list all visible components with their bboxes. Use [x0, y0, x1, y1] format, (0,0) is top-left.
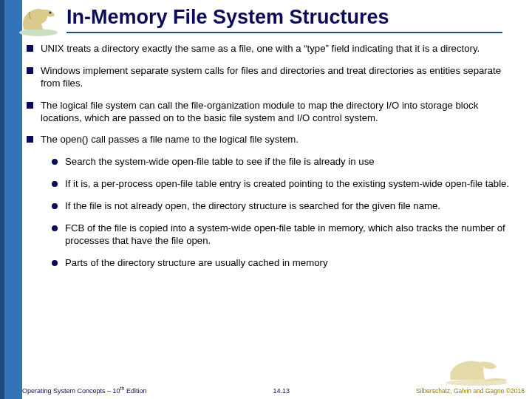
bullet-item: The open() call passes a file name to th…: [27, 134, 520, 146]
slide-title: In-Memory File System Structures: [66, 6, 502, 33]
circle-bullet-icon: [52, 203, 58, 209]
sub-bullet-text: If it is, a per-process open-file table …: [65, 178, 520, 191]
svg-point-1: [50, 12, 52, 14]
footer-edition: Edition: [124, 387, 146, 395]
title-wrap: In-Memory File System Structures: [66, 6, 502, 33]
sub-bullet-item: Parts of the directory structure are usu…: [52, 257, 520, 270]
footer-book-title: Operating System Concepts – 10: [22, 387, 120, 395]
square-bullet-icon: [27, 45, 33, 52]
square-bullet-icon: [27, 102, 33, 109]
svg-point-2: [446, 380, 508, 386]
sub-bullets: Search the system-wide open-file table t…: [52, 156, 520, 269]
bullet-item: Windows implement separate system calls …: [27, 65, 520, 90]
bullet-text: UNIX treats a directory exactly the same…: [41, 43, 520, 55]
left-stripe: [0, 0, 22, 399]
circle-bullet-icon: [52, 260, 58, 266]
slide-footer: Operating System Concepts – 10th Edition…: [22, 386, 525, 395]
sub-bullet-item: FCB of the file is copied into a system-…: [52, 222, 520, 248]
square-bullet-icon: [27, 67, 33, 74]
circle-bullet-icon: [52, 159, 58, 165]
sub-bullet-text: Parts of the directory structure are usu…: [65, 257, 520, 270]
circle-bullet-icon: [52, 181, 58, 187]
sub-bullet-item: Search the system-wide open-file table t…: [52, 156, 520, 168]
slide-content: UNIX treats a directory exactly the same…: [27, 43, 520, 279]
sub-bullet-text: FCB of the file is copied into a system-…: [65, 222, 520, 248]
bullet-item: The logical file system can call the fil…: [27, 100, 520, 125]
dinosaur-icon: [15, 1, 62, 37]
sub-bullet-item: If the file is not already open, the dir…: [52, 200, 520, 213]
footer-left: Operating System Concepts – 10th Edition: [22, 386, 146, 395]
bullet-text: The logical file system can call the fil…: [41, 100, 520, 125]
sub-bullet-item: If it is, a per-process open-file table …: [52, 178, 520, 191]
footer-slide-number: 14.13: [273, 387, 290, 395]
svg-point-0: [19, 29, 58, 36]
footer-copyright: Silberschatz, Galvin and Gagne ©2018: [416, 387, 525, 395]
square-bullet-icon: [27, 136, 33, 143]
sub-bullet-text: If the file is not already open, the dir…: [65, 200, 520, 213]
bullet-text: Windows implement separate system calls …: [41, 65, 520, 90]
bullet-text: The open() call passes a file name to th…: [41, 134, 520, 146]
dinosaur-footer-icon: [443, 355, 510, 386]
bullet-item: UNIX treats a directory exactly the same…: [27, 43, 520, 55]
circle-bullet-icon: [52, 225, 58, 231]
sub-bullet-text: Search the system-wide open-file table t…: [65, 156, 520, 168]
